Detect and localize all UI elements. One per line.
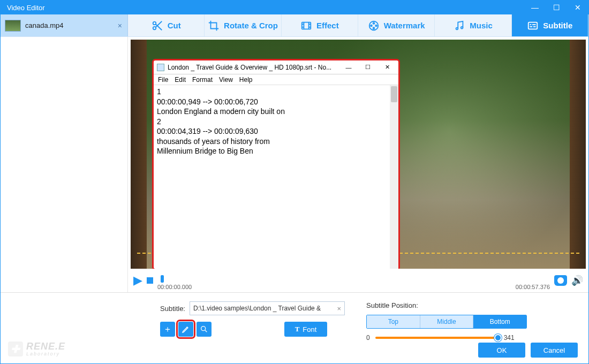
svg-point-6 [373,27,374,29]
notepad-menu-file[interactable]: File [158,76,168,84]
notepad-menu-view[interactable]: View [219,76,233,84]
stop-button[interactable] [147,277,153,284]
snapshot-button[interactable] [554,275,567,286]
workarea: Subtitle London _ Travel Guide & Overvie… [1,37,588,292]
scissors-icon [152,20,163,32]
search-icon [200,325,208,333]
notepad-text: 1 00:00:00,949 --> 00:00:06,720 London E… [157,87,285,155]
svg-point-0 [153,21,156,25]
window-controls: — ☐ ✕ [524,1,588,14]
subtitle-path-input[interactable]: D:\1.video samples\London _ Travel Guide… [190,301,345,315]
file-tab[interactable]: canada.mp4 × [1,14,128,36]
tab-label: Watermark [384,21,425,30]
notepad-minimize-button[interactable] [341,62,357,73]
bottom-panel: Subtitle: D:\1.video samples\London _ Tr… [1,292,588,364]
tab-watermark[interactable]: Watermark [358,14,435,36]
volume-icon[interactable]: 🔊 [571,275,583,286]
sidebar [1,37,128,292]
edit-subtitle-button[interactable] [178,322,193,337]
svg-point-9 [461,26,463,28]
file-thumbnail [5,20,21,32]
tab-label: Effect [316,21,339,30]
time-end: 00:00:57.376 [516,284,550,290]
notepad-close-button[interactable]: ✕ [379,62,395,73]
tab-music[interactable]: Music [435,14,511,36]
notepad-menu-edit[interactable]: Edit [175,76,186,84]
tab-subtitle[interactable]: Subtitle [512,14,588,36]
notepad-title: London _ Travel Guide & Overview _ HD 10… [168,64,331,71]
titlebar: Video Editor — ☐ ✕ [1,1,588,14]
tab-label: Rotate & Crop [224,21,278,30]
notepad-menu-format[interactable]: Format [192,76,213,84]
tab-label: Cut [168,21,181,30]
time-start: 00:00:00.000 [157,284,192,290]
play-button[interactable]: ▶ [133,274,142,287]
tool-tabs: Cut Rotate & Crop Effect Watermark Music… [128,14,588,36]
svg-point-8 [456,27,458,29]
tab-rotate-crop[interactable]: Rotate & Crop [205,14,281,36]
slider-max: 341 [504,334,515,342]
crop-icon [208,20,220,32]
slider-min: 0 [366,334,370,342]
reel-icon [368,20,380,32]
font-label: Font [303,325,316,333]
scene-tree-right [570,40,586,269]
close-button[interactable]: ✕ [567,1,588,14]
position-middle[interactable]: Middle [420,315,474,328]
film-icon [300,20,312,32]
video-frame: Subtitle London _ Travel Guide & Overvie… [131,40,586,269]
file-name: canada.mp4 [25,21,64,29]
scrollbar-thumb[interactable] [391,86,397,102]
brand-logo: ✚ RENE.E Laboratory [8,341,65,357]
svg-point-11 [201,327,206,331]
minimize-button[interactable]: — [524,1,546,14]
svg-point-7 [371,25,372,26]
notepad-maximize-button[interactable]: ☐ [360,62,376,73]
subtitle-icon [527,20,539,32]
tab-label: Subtitle [543,21,572,30]
notepad-body[interactable]: 1 00:00:00,949 --> 00:00:06,720 London E… [154,85,398,269]
font-t-icon: T [295,325,300,333]
notepad-menubar: File Edit Format View Help [154,74,398,85]
dialog-buttons: OK Cancel [478,343,578,358]
notepad-window: London _ Travel Guide & Overview _ HD 10… [152,59,400,269]
logo-plus-icon: ✚ [8,342,23,357]
preview-pane: Subtitle London _ Travel Guide & Overvie… [128,37,588,292]
subtitle-controls-left: Subtitle: D:\1.video samples\London _ Tr… [160,301,345,359]
position-label: Subtitle Position: [366,301,527,309]
svg-point-5 [375,25,377,26]
svg-point-4 [373,22,374,24]
file-tab-close-icon[interactable]: × [118,21,122,30]
notepad-titlebar[interactable]: London _ Travel Guide & Overview _ HD 10… [154,60,398,74]
timeline-knob[interactable] [161,275,164,283]
tab-cut[interactable]: Cut [128,14,205,36]
notepad-scrollbar[interactable] [390,85,398,269]
brand-name: RENE.E [26,341,65,352]
cancel-button[interactable]: Cancel [531,343,578,358]
position-top[interactable]: Top [367,315,420,328]
notepad-app-icon [157,64,164,71]
tab-effect[interactable]: Effect [282,14,358,36]
position-slider[interactable] [375,337,499,339]
slider-knob[interactable] [494,334,502,342]
add-subtitle-button[interactable]: ＋ [160,322,175,337]
scene-tree-left [131,40,147,269]
pencil-icon [182,325,190,333]
svg-rect-2 [302,22,311,29]
ok-button[interactable]: OK [478,343,525,358]
svg-rect-10 [528,22,538,29]
topbar: canada.mp4 × Cut Rotate & Crop Effect Wa… [1,14,588,37]
subtitle-path-text: D:\1.video samples\London _ Travel Guide… [193,305,321,312]
subtitle-label: Subtitle: [160,305,185,313]
window-title: Video Editor [7,4,45,12]
maximize-button[interactable]: ☐ [546,1,567,14]
position-bottom[interactable]: Bottom [473,315,526,328]
tab-label: Music [470,21,493,30]
music-note-icon [454,20,465,32]
clear-path-icon[interactable]: × [337,305,341,313]
notepad-menu-help[interactable]: Help [239,76,253,84]
position-segmented: Top Middle Bottom [366,315,527,329]
font-button[interactable]: T Font [284,322,327,337]
search-subtitle-button[interactable] [197,322,212,337]
brand-sub: Laboratory [26,351,65,357]
